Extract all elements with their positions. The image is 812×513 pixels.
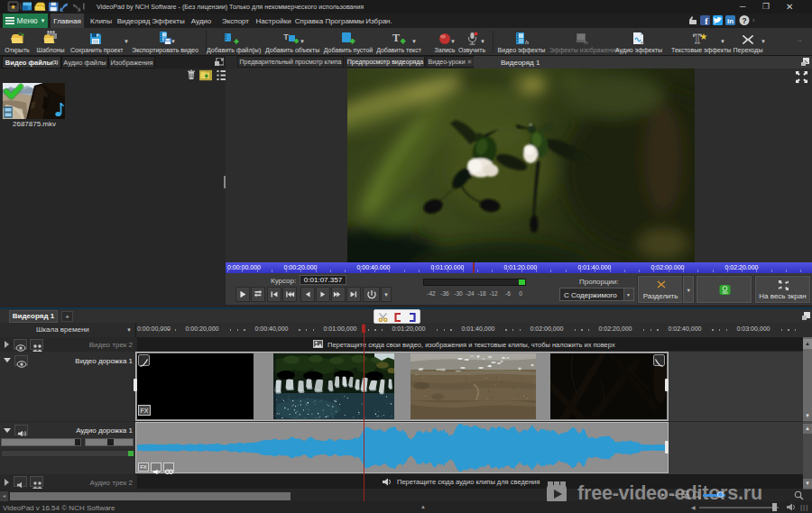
svg-text:T: T bbox=[283, 32, 289, 41]
svg-text:T: T bbox=[693, 32, 702, 45]
svg-text:360: 360 bbox=[722, 291, 727, 295]
svg-text:fx: fx bbox=[584, 40, 588, 45]
svg-text:›: › bbox=[752, 17, 755, 23]
svg-text:?: ? bbox=[742, 16, 747, 25]
svg-text:fx: fx bbox=[641, 41, 646, 46]
svg-text:fx: fx bbox=[525, 40, 529, 45]
svg-text:in: in bbox=[727, 17, 734, 25]
svg-text:T: T bbox=[392, 32, 400, 44]
